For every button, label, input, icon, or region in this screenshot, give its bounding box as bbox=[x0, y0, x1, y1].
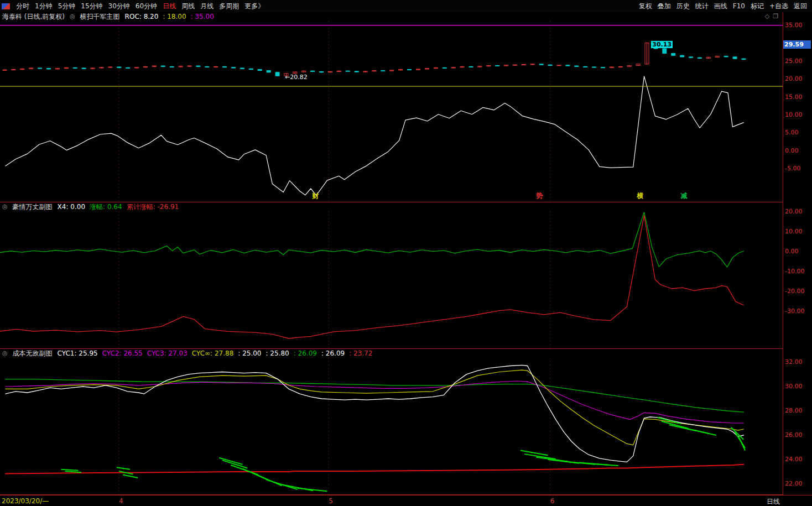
axis-tick-label: 28.00 bbox=[785, 408, 803, 414]
indicator-value: 累计涨幅: -26.91 bbox=[127, 202, 179, 211]
menu-item-叠加[interactable]: 叠加 bbox=[655, 0, 674, 12]
cost-hatch-mark bbox=[731, 427, 744, 440]
menu-item-多周期[interactable]: 多周期 bbox=[216, 0, 242, 12]
axis-tick-label: -20.00 bbox=[785, 288, 804, 295]
sub2-panel-title: ◎ 成本无敌副图 CYC1: 25.95CYC2: 26.55CYC3: 27.… bbox=[0, 349, 783, 358]
indicator-name-sub2[interactable]: 成本无敌副图 bbox=[13, 349, 53, 358]
candle-body bbox=[267, 71, 270, 72]
candle-body bbox=[496, 65, 499, 66]
candle-body bbox=[601, 67, 605, 68]
indicator-settings-icon[interactable]: ◎ bbox=[70, 12, 75, 21]
candle-body bbox=[584, 66, 587, 67]
menu-item-60分钟[interactable]: 60分钟 bbox=[133, 0, 160, 12]
indicator-value: ROC: 8.20 bbox=[125, 12, 159, 21]
indicator-panel-1: ◎ 豪情万丈副图 X4: 0.00涨幅: 0.64累计涨幅: -26.91 bbox=[0, 202, 783, 349]
candle-body bbox=[205, 66, 209, 67]
cost-line bbox=[6, 465, 743, 474]
cost-hatch-mark bbox=[117, 467, 130, 469]
menu-item-更多》[interactable]: 更多》 bbox=[242, 0, 267, 12]
sub1-panel-title: ◎ 豪情万丈副图 X4: 0.00涨幅: 0.64累计涨幅: -26.91 bbox=[0, 202, 783, 211]
axis-tick-label: 0.00 bbox=[785, 148, 799, 154]
candle-body bbox=[258, 70, 262, 71]
cost-hatch-mark bbox=[123, 475, 138, 478]
candle-body bbox=[698, 58, 701, 58]
sub1-chart-canvas[interactable] bbox=[0, 211, 783, 348]
indicator-settings-icon[interactable]: ◎ bbox=[2, 202, 8, 211]
candle-body bbox=[161, 66, 165, 66]
cost-hatch-mark bbox=[254, 473, 282, 486]
cost-hatch-mark bbox=[61, 470, 78, 471]
indicator-value: 涨幅: 0.64 bbox=[90, 202, 122, 211]
window-icon[interactable]: ❐ bbox=[773, 12, 778, 21]
menu-item-标记[interactable]: 标记 bbox=[748, 0, 767, 12]
menu-item-+自选[interactable]: +自选 bbox=[767, 0, 791, 12]
axis-tick-label: 15.00 bbox=[785, 94, 803, 101]
diamond-icon[interactable]: ◇ bbox=[765, 12, 769, 21]
indicator-value: : 35.00 bbox=[191, 12, 214, 21]
period-label[interactable]: 日线 bbox=[767, 497, 780, 506]
indicator-value: : 26.09 bbox=[321, 349, 345, 358]
candle-body bbox=[557, 65, 561, 66]
candle-body bbox=[320, 71, 324, 72]
zhangfu-line bbox=[0, 212, 743, 267]
candle-body bbox=[539, 64, 543, 65]
price-axis: 35.0025.0020.0015.0010.005.000.00-5.0029… bbox=[783, 12, 812, 495]
indicator-values-main: ROC: 8.20: 18.00: 35.00 bbox=[125, 12, 214, 21]
candle-body bbox=[117, 67, 121, 67]
candle-body bbox=[73, 67, 77, 68]
signal-marker: 财 bbox=[312, 191, 319, 201]
menu-item-画线[interactable]: 画线 bbox=[711, 0, 730, 12]
main-panel-title: 海泰科 (日线,前复权) ◎ 横扫千军主图 ROC: 8.20: 18.00: … bbox=[0, 12, 783, 21]
candle-body bbox=[742, 59, 746, 59]
menu-item-月线[interactable]: 月线 bbox=[197, 0, 216, 12]
menu-item-F10[interactable]: F10 bbox=[730, 0, 748, 12]
app-icon[interactable] bbox=[2, 3, 10, 9]
candle-body bbox=[188, 66, 191, 66]
axis-tick-label: -5.00 bbox=[785, 165, 800, 172]
menu-item-日线[interactable]: 日线 bbox=[160, 0, 179, 12]
menu-item-历史[interactable]: 历史 bbox=[674, 0, 693, 12]
candle-body bbox=[724, 56, 728, 57]
menu-item-1分钟[interactable]: 1分钟 bbox=[32, 0, 55, 12]
main-chart-panel: 海泰科 (日线,前复权) ◎ 横扫千军主图 ROC: 8.20: 18.00: … bbox=[0, 12, 783, 202]
candle-body bbox=[249, 69, 253, 69]
indicator-value: CYC3: 27.03 bbox=[147, 349, 188, 358]
candle-body bbox=[214, 66, 218, 67]
sub2-chart-canvas[interactable] bbox=[0, 358, 783, 494]
indicator-name-main[interactable]: 横扫千军主图 bbox=[80, 12, 120, 21]
candle-body bbox=[522, 65, 525, 65]
menu-item-30分钟[interactable]: 30分钟 bbox=[106, 0, 133, 12]
menu-item-分时[interactable]: 分时 bbox=[13, 0, 32, 12]
roc-line bbox=[6, 76, 743, 195]
cyc1-line bbox=[6, 365, 743, 462]
indicator-name-sub1[interactable]: 豪情万丈副图 bbox=[13, 202, 53, 211]
candle-body bbox=[381, 71, 385, 71]
stock-name[interactable]: 海泰科 (日线,前复权) bbox=[2, 12, 65, 21]
signal-marker: 减 bbox=[681, 191, 688, 201]
menu-item-5分钟[interactable]: 5分钟 bbox=[55, 0, 79, 12]
candle-body bbox=[689, 57, 693, 58]
indicator-value: CYC∞: 27.88 bbox=[192, 349, 233, 358]
menu-item-返回[interactable]: 返回 bbox=[791, 0, 810, 12]
menu-item-统计[interactable]: 统计 bbox=[693, 0, 711, 12]
candle-body bbox=[548, 65, 552, 65]
axis-tick-label: 35.00 bbox=[785, 22, 803, 29]
candle-body bbox=[311, 71, 315, 71]
candle-body bbox=[38, 68, 42, 69]
candle-body bbox=[12, 70, 15, 70]
candle-body bbox=[443, 67, 446, 68]
indicator-value: CYC1: 25.95 bbox=[58, 349, 98, 358]
axis-tick-label: 32.00 bbox=[785, 359, 803, 366]
candle-body bbox=[126, 67, 130, 68]
indicator-value: : 25.80 bbox=[266, 349, 289, 358]
menu-item-复权[interactable]: 复权 bbox=[636, 0, 655, 12]
indicator-settings-icon[interactable]: ◎ bbox=[2, 349, 8, 358]
candle-body bbox=[672, 53, 675, 55]
indicator-value: : 18.00 bbox=[163, 12, 186, 21]
menu-item-周线[interactable]: 周线 bbox=[179, 0, 197, 12]
candle-body bbox=[3, 70, 7, 70]
timeline-month-mark: 4 bbox=[119, 497, 123, 505]
candle-body bbox=[566, 65, 570, 66]
cost-hatch-mark bbox=[524, 454, 556, 459]
menu-item-15分钟[interactable]: 15分钟 bbox=[78, 0, 105, 12]
